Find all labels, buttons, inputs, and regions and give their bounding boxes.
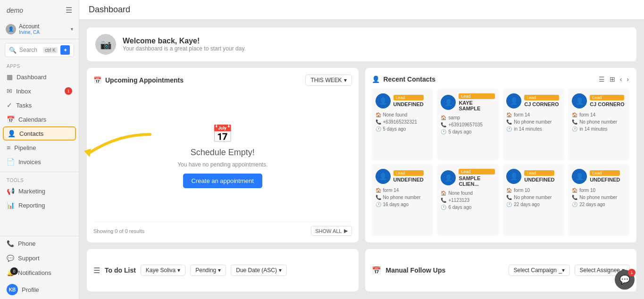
- appointments-footer: Showing 0 of 0 results SHOW ALL ▶: [93, 222, 352, 236]
- contact-time: 🕐 5 days ago: [376, 126, 430, 132]
- sidebar-header: demo ☰: [0, 0, 79, 20]
- source-icon: 🏠: [441, 191, 446, 196]
- followups-icon: 📅: [372, 266, 381, 275]
- source-icon: 🏠: [441, 115, 446, 120]
- avatar: 👤: [572, 93, 587, 108]
- sidebar-item-notifications[interactable]: 0 🔔 Notifications: [0, 266, 79, 280]
- sidebar-item-inbox[interactable]: ✉ Inbox 1: [0, 84, 79, 98]
- status-filter[interactable]: Pending ▾: [190, 265, 226, 276]
- sidebar-item-profile[interactable]: KB Profile: [0, 280, 79, 299]
- sidebar-item-label: Pipeline: [14, 144, 36, 151]
- empty-subtitle: You have no pending appointments.: [177, 161, 268, 168]
- todo-title: To do List: [105, 266, 136, 274]
- avatar: 👤: [572, 169, 587, 184]
- welcome-subtitle: Your dashboard is a great place to start…: [123, 45, 246, 52]
- contact-name-group: Lead SAMPLE CLIEN...: [459, 169, 495, 187]
- avatar: 👤: [506, 93, 521, 108]
- sidebar-item-label: Invoices: [18, 158, 41, 166]
- sidebar-divider: [0, 172, 79, 172]
- empty-calendar-icon: 📅: [212, 124, 233, 144]
- inbox-badge: 1: [65, 87, 72, 95]
- this-week-button[interactable]: THIS WEEK ▾: [305, 75, 351, 86]
- sidebar-item-pipeline[interactable]: ≡ Pipeline: [0, 141, 79, 155]
- search-bar[interactable]: 🔍 Search ctrl K ✦: [5, 43, 74, 57]
- phone-icon: 📞: [572, 195, 577, 200]
- welcome-text: Welcome back, Kaye! Your dashboard is a …: [123, 37, 246, 52]
- invoices-icon: 📄: [7, 158, 15, 166]
- contact-card[interactable]: 👤 Lead UNDEFINED 🏠 form 10 📞 No phone nu…: [502, 164, 564, 236]
- contacts-icon: 👤: [372, 75, 380, 83]
- sidebar-item-reporting[interactable]: 📊 Reporting: [0, 198, 79, 212]
- content-area: 📷 Welcome back, Kaye! Your dashboard is …: [79, 20, 644, 299]
- menu-icon[interactable]: ☰: [66, 6, 72, 15]
- prev-icon[interactable]: ‹: [619, 75, 623, 84]
- contacts-header: 👤 Recent Contacts ☰ ⊞ ‹ ›: [372, 75, 630, 84]
- select-campaign-button[interactable]: Select Campaign _▾: [509, 265, 570, 276]
- contact-source: 🏠 None found: [376, 112, 430, 117]
- phone-icon: 📞: [441, 122, 446, 127]
- search-action-icon[interactable]: ✦: [60, 45, 70, 55]
- sidebar-item-marketing[interactable]: 📢 Marketing: [0, 184, 79, 198]
- search-shortcut: ctrl K: [43, 47, 58, 53]
- phone-icon: 📞: [441, 198, 446, 203]
- contact-name-group: Lead UNDEFINED: [590, 170, 620, 183]
- contact-name: SAMPLE CLIEN...: [459, 175, 495, 187]
- support-icon: 💬: [7, 255, 14, 262]
- contact-source: 🏠 form 10: [572, 188, 626, 193]
- welcome-banner: 📷 Welcome back, Kaye! Your dashboard is …: [87, 27, 636, 61]
- contact-card[interactable]: 👤 Lead KAYE SAMPLE 🏠 samp 📞 +63910965703…: [437, 89, 499, 160]
- contact-time: 🕐 16 days ago: [376, 202, 430, 207]
- list-view-icon[interactable]: ☰: [598, 75, 606, 84]
- tasks-icon: ✓: [7, 101, 12, 109]
- account-info: Account Irvine, CA: [19, 23, 68, 35]
- contact-header: 👤 Lead UNDEFINED: [376, 169, 430, 184]
- lead-badge: Lead: [590, 95, 624, 100]
- account-section[interactable]: 👤 Account Irvine, CA ▾: [0, 20, 79, 39]
- grid-view-icon[interactable]: ⊞: [609, 75, 616, 84]
- contact-phone: 📞 +1123123: [441, 198, 495, 203]
- chevron-down-icon: _▾: [559, 267, 565, 274]
- lead-badge: Lead: [590, 170, 620, 176]
- sidebar-item-label: Inbox: [16, 88, 31, 95]
- create-appointment-button[interactable]: Create an appointment: [183, 174, 262, 188]
- sidebar-item-invoices[interactable]: 📄 Invoices: [0, 155, 79, 169]
- contact-name: UNDEFINED: [393, 101, 424, 107]
- contact-card[interactable]: 👤 Lead CJ CORNERO 🏠 form 14 📞 No phone n…: [502, 89, 564, 160]
- contact-card[interactable]: 👤 Lead CJ CORNERO 🏠 form 14 📞 No phone n…: [568, 89, 630, 160]
- contact-name-group: Lead UNDEFINED: [524, 170, 554, 183]
- contact-card[interactable]: 👤 Lead UNDEFINED 🏠 None found 📞 +6391652…: [372, 89, 434, 160]
- phone-icon: 📞: [506, 195, 512, 200]
- assignee-filter[interactable]: Kaye Soliva ▾: [141, 265, 185, 276]
- sidebar-item-tasks[interactable]: ✓ Tasks: [0, 98, 79, 112]
- main-content: Dashboard 📷 Welcome back, Kaye! Your das…: [79, 0, 644, 299]
- sidebar-item-label: Dashboard: [17, 74, 47, 81]
- source-icon: 🏠: [572, 112, 577, 117]
- show-all-button[interactable]: SHOW ALL ▶: [311, 226, 351, 236]
- page-title: Dashboard: [89, 5, 130, 15]
- topbar: Dashboard: [79, 0, 644, 20]
- contact-header: 👤 Lead SAMPLE CLIEN...: [441, 169, 495, 187]
- contact-card[interactable]: 👤 Lead UNDEFINED 🏠 form 10 📞 No phone nu…: [568, 164, 630, 236]
- clock-icon: 🕐: [441, 205, 446, 210]
- clock-icon: 🕐: [572, 126, 577, 132]
- sidebar-item-contacts[interactable]: 👤 Contacts: [3, 126, 76, 141]
- contact-card[interactable]: 👤 Lead UNDEFINED 🏠 form 14 📞 No phone nu…: [372, 164, 434, 236]
- chat-button[interactable]: 💬 1: [615, 270, 635, 290]
- contact-phone: 📞 +639165232321: [376, 119, 430, 125]
- sort-filter[interactable]: Due Date (ASC) ▾: [231, 265, 287, 276]
- sidebar-item-dashboard[interactable]: ▦ Dashboard: [0, 70, 79, 84]
- contact-card[interactable]: 👤 Lead SAMPLE CLIEN... 🏠 None found 📞 +1…: [437, 164, 499, 236]
- contact-name: CJ CORNERO: [524, 101, 559, 107]
- apps-label: Apps: [0, 61, 79, 70]
- contact-phone: 📞 No phone number: [572, 195, 626, 200]
- sidebar-item-support[interactable]: 💬 Support: [0, 251, 79, 266]
- chevron-down-icon: ▾: [177, 267, 180, 274]
- source-icon: 🏠: [506, 188, 512, 193]
- sidebar-item-phone[interactable]: 📞 Phone: [0, 236, 79, 251]
- next-icon[interactable]: ›: [626, 75, 630, 84]
- lead-badge: Lead: [524, 170, 554, 176]
- schedule-empty-state: 📅 Schedule Empty! You have no pending ap…: [93, 91, 352, 222]
- contact-name-group: Lead UNDEFINED: [393, 95, 424, 107]
- sidebar-item-calendars[interactable]: 📅 Calendars: [0, 112, 79, 126]
- tools-label: Tools: [0, 175, 79, 184]
